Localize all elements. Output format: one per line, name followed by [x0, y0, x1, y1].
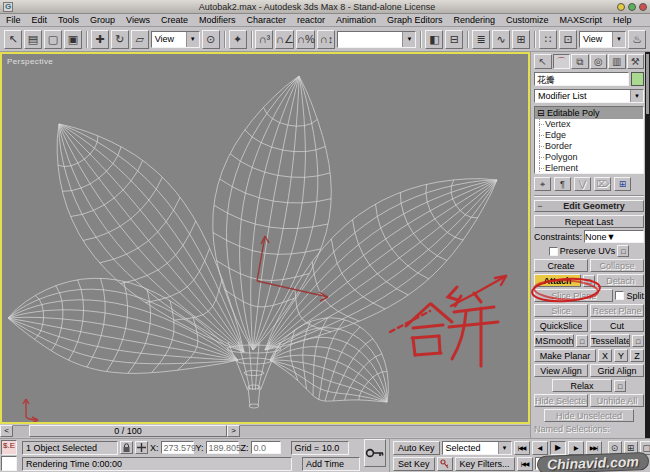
- collapse-rollout-icon[interactable]: −: [535, 201, 545, 211]
- relax-settings-button[interactable]: □: [614, 380, 626, 392]
- snap-toggle-icon[interactable]: ∩³: [255, 30, 273, 49]
- select-tool-icon[interactable]: ↖: [4, 30, 22, 49]
- make-planar-button[interactable]: Make Planar: [534, 349, 596, 362]
- selection-region-icon[interactable]: ▣: [64, 30, 82, 49]
- scale-tool-icon[interactable]: ▱: [131, 30, 149, 49]
- preserve-uvs-checkbox[interactable]: [549, 247, 558, 256]
- previous-key-button[interactable]: |◀◀: [517, 457, 533, 471]
- tab-modify[interactable]: ⌒: [553, 54, 571, 69]
- chevron-down-icon[interactable]: ▼: [498, 442, 511, 454]
- stack-item-polygon[interactable]: Polygon: [535, 152, 643, 163]
- time-slider-handle[interactable]: 0 / 100: [29, 425, 227, 437]
- panel-scrollbar[interactable]: [645, 52, 650, 438]
- relax-button[interactable]: Relax: [552, 379, 612, 392]
- schematic-view-icon[interactable]: ⊞: [512, 30, 530, 49]
- rect-selection-icon[interactable]: ▢: [44, 30, 62, 49]
- cut-button[interactable]: Cut: [590, 319, 644, 332]
- attach-settings-button[interactable]: □: [583, 275, 595, 287]
- spinner-snap-icon[interactable]: ∩↕: [317, 30, 335, 49]
- planar-y-button[interactable]: Y: [614, 349, 628, 362]
- maximize-button[interactable]: [628, 3, 636, 11]
- z-coord-field[interactable]: 0.0: [251, 441, 281, 454]
- tab-motion[interactable]: ◎: [590, 54, 608, 69]
- stack-item-vertex[interactable]: Vertex: [535, 119, 643, 130]
- menu-create[interactable]: Create: [161, 15, 188, 25]
- material-editor-icon[interactable]: ∷: [539, 30, 557, 49]
- angle-snap-icon[interactable]: ∩∠: [275, 30, 294, 49]
- chevron-down-icon[interactable]: ▼: [186, 32, 199, 47]
- edit-geometry-rollout-header[interactable]: − Edit Geometry: [534, 200, 644, 212]
- time-slider-track[interactable]: [13, 425, 29, 437]
- menu-customize[interactable]: Customize: [506, 15, 549, 25]
- quickslice-button[interactable]: QuickSlice: [534, 319, 588, 332]
- named-selection-dropdown[interactable]: ▼: [337, 31, 416, 48]
- quick-render-icon[interactable]: ♨: [628, 30, 646, 49]
- menu-graph-editors[interactable]: Graph Editors: [387, 15, 443, 25]
- minimize-button[interactable]: [617, 3, 625, 11]
- stack-item-element[interactable]: Element: [535, 163, 643, 174]
- object-name-field[interactable]: 花瓣: [534, 72, 629, 86]
- time-slider-track[interactable]: [240, 425, 530, 437]
- menu-tools[interactable]: Tools: [58, 15, 79, 25]
- pivot-center-icon[interactable]: ⊙: [202, 30, 220, 49]
- selection-lock-button[interactable]: [120, 441, 133, 454]
- planar-z-button[interactable]: Z: [630, 349, 644, 362]
- menu-reactor[interactable]: reactor: [297, 15, 325, 25]
- viewport-label[interactable]: Perspective: [7, 57, 53, 66]
- listener-row[interactable]: [1, 456, 17, 471]
- percent-snap-icon[interactable]: ∩%: [296, 30, 315, 49]
- chevron-down-icon[interactable]: ▼: [607, 232, 616, 242]
- menu-modifiers[interactable]: Modifiers: [199, 15, 236, 25]
- play-button[interactable]: ▶: [550, 441, 566, 455]
- menu-file[interactable]: File: [6, 15, 21, 25]
- menu-group[interactable]: Group: [90, 15, 115, 25]
- set-key-button[interactable]: Set Key: [393, 457, 435, 471]
- time-prev-button[interactable]: <: [0, 425, 13, 437]
- attach-button[interactable]: Attach: [534, 274, 581, 287]
- planar-x-button[interactable]: X: [598, 349, 612, 362]
- select-by-name-icon[interactable]: ▤: [24, 30, 42, 49]
- align-icon[interactable]: ⊟: [445, 30, 463, 49]
- menu-views[interactable]: Views: [126, 15, 150, 25]
- tessellate-button[interactable]: Tessellate: [590, 334, 630, 347]
- manipulate-icon[interactable]: ✦: [229, 30, 247, 49]
- add-time-tag[interactable]: Add Time Tag: [302, 457, 360, 471]
- tab-utilities[interactable]: ⚒: [627, 54, 645, 69]
- view-align-button[interactable]: View Align: [534, 364, 588, 377]
- set-keys-icon-button[interactable]: [437, 457, 453, 471]
- tab-hierarchy[interactable]: ⧉: [571, 54, 589, 69]
- go-to-end-button[interactable]: ▶▶|: [586, 441, 602, 455]
- chevron-down-icon[interactable]: ▼: [612, 32, 625, 47]
- stack-editable-poly[interactable]: ⊟ Editable Poly: [535, 107, 643, 119]
- layer-manager-icon[interactable]: ≣: [472, 30, 490, 49]
- menu-maxscript[interactable]: MAXScript: [560, 15, 603, 25]
- y-coord-field[interactable]: 189.805: [206, 441, 239, 454]
- tab-display[interactable]: ▥: [608, 54, 626, 69]
- constraints-dropdown[interactable]: None ▼: [584, 230, 644, 243]
- msmooth-settings-button[interactable]: □: [576, 335, 588, 347]
- ref-coordsys-dropdown[interactable]: View ▼: [151, 31, 200, 48]
- keyboard-shortcut-override-button[interactable]: [364, 439, 386, 467]
- grid-align-button[interactable]: Grid Align: [590, 364, 644, 377]
- menu-character[interactable]: Character: [246, 15, 286, 25]
- show-end-result-icon[interactable]: ¶: [554, 177, 571, 191]
- menu-animation[interactable]: Animation: [336, 15, 376, 25]
- key-filters-button[interactable]: Key Filters...: [455, 457, 515, 471]
- rotate-tool-icon[interactable]: ↻: [111, 30, 129, 49]
- key-filter-dropdown[interactable]: Selected ▼: [442, 441, 512, 455]
- macro-recorder-row[interactable]: $.E: [1, 440, 17, 455]
- menu-rendering[interactable]: Rendering: [454, 15, 496, 25]
- time-next-button[interactable]: >: [227, 425, 240, 437]
- menu-edit[interactable]: Edit: [32, 15, 48, 25]
- chevron-down-icon[interactable]: ▼: [630, 90, 643, 102]
- close-button[interactable]: [639, 3, 647, 11]
- tab-create[interactable]: ↖: [534, 54, 552, 69]
- create-button[interactable]: Create: [534, 259, 588, 272]
- render-view-dropdown[interactable]: View ▼: [579, 31, 626, 48]
- msmooth-button[interactable]: MSmooth: [534, 334, 574, 347]
- viewport-canvas[interactable]: [2, 54, 528, 422]
- pin-stack-icon[interactable]: ⌖: [534, 177, 551, 191]
- tessellate-settings-button[interactable]: □: [632, 335, 644, 347]
- next-frame-button[interactable]: |▶: [568, 441, 584, 455]
- stack-item-border[interactable]: Border: [535, 141, 643, 152]
